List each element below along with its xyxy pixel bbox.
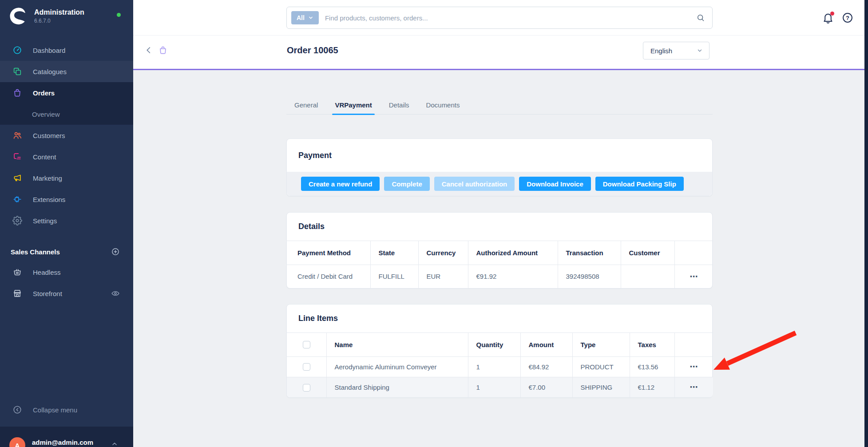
content-area: General VRPayment Details Documents Paym… — [133, 70, 864, 447]
table-header-row: Payment Method State Currency Authorized… — [287, 241, 713, 265]
column-header-actions — [674, 332, 713, 356]
app-title: Administration — [34, 7, 84, 16]
user-menu[interactable]: A admin@admin.com — [0, 427, 133, 447]
back-icon[interactable] — [144, 45, 154, 55]
cell-amount: €84.92 — [520, 356, 572, 377]
sidebar-item-label: Extensions — [33, 196, 65, 203]
svg-text:?: ? — [846, 15, 849, 21]
shopware-logo-icon — [9, 7, 27, 25]
sidebar-item-label: Storefront — [33, 290, 62, 297]
cell-taxes: €1.12 — [630, 377, 674, 397]
line-items-card-title: Line Items — [287, 305, 712, 332]
window-edge-strip — [864, 0, 868, 447]
cell-name: Aerodynamic Aluminum Comveyer — [326, 356, 468, 377]
column-header: Quantity — [468, 332, 520, 356]
cell-type: PRODUCT — [572, 356, 630, 377]
cancel-authorization-button[interactable]: Cancel authorization — [434, 177, 515, 191]
sales-channels-section: Sales Channels Headless Storefront — [0, 247, 133, 304]
sidebar-item-extensions[interactable]: Extensions — [0, 189, 133, 210]
tab-details[interactable]: Details — [388, 101, 410, 114]
app-version: 6.6.7.0 — [34, 18, 84, 24]
cell-currency: EUR — [418, 265, 468, 288]
sidebar-item-label: Dashboard — [33, 47, 65, 54]
content-icon — [12, 152, 22, 162]
download-packing-slip-button[interactable]: Download Packing Slip — [595, 177, 684, 191]
notification-dot — [830, 12, 834, 16]
cell-taxes: €13.56 — [630, 356, 674, 377]
add-sales-channel-button[interactable] — [111, 247, 120, 256]
app-root: Administration 6.6.7.0 Dashboard Catalog… — [0, 0, 868, 447]
notifications-bell-icon[interactable] — [822, 12, 834, 24]
brand: Administration 6.6.7.0 — [0, 0, 133, 25]
column-header: Taxes — [630, 332, 674, 356]
context-menu-button[interactable]: ⋯ — [690, 383, 698, 391]
tab-vrpayment[interactable]: VRPayment — [334, 101, 373, 114]
sidebar-item-settings[interactable]: Settings — [0, 210, 133, 231]
chevron-up-icon — [111, 440, 118, 447]
download-invoice-button[interactable]: Download Invoice — [519, 177, 591, 191]
collapse-menu-button[interactable]: Collapse menu — [0, 399, 133, 420]
context-menu-button[interactable]: ⋯ — [690, 363, 698, 371]
online-status-dot — [117, 13, 121, 17]
extensions-icon — [12, 194, 22, 204]
cell-type: SHIPPING — [572, 377, 630, 397]
cell-customer — [621, 265, 674, 288]
sidebar-item-customers[interactable]: Customers — [0, 125, 133, 146]
cell-amount: €7.00 — [520, 377, 572, 397]
language-select-value: English — [650, 47, 672, 55]
table-row: Standard Shipping 1 €7.00 SHIPPING €1.12… — [287, 377, 713, 397]
table-header-row: Name Quantity Amount Type Taxes — [287, 332, 713, 356]
select-all-checkbox[interactable] — [303, 341, 310, 348]
row-checkbox[interactable] — [303, 363, 310, 371]
settings-icon — [12, 216, 22, 225]
column-header: State — [370, 241, 418, 265]
eye-icon[interactable] — [111, 289, 120, 298]
sidebar-item-label: Customers — [33, 132, 65, 139]
column-header: Customer — [621, 241, 674, 265]
sidebar-group-orders: Orders Overview — [0, 82, 133, 125]
cell-name: Standard Shipping — [326, 377, 468, 397]
avatar: A — [9, 437, 25, 447]
column-header: Payment Method — [287, 241, 370, 265]
sidebar-item-orders[interactable]: Orders — [0, 82, 133, 103]
sidebar-item-content[interactable]: Content — [0, 146, 133, 167]
sidebar-item-headless[interactable]: Headless — [0, 261, 133, 283]
sidebar-item-marketing[interactable]: Marketing — [0, 167, 133, 189]
payment-card-title: Payment — [287, 139, 712, 172]
sidebar-item-label: Overview — [32, 111, 60, 118]
complete-button[interactable]: Complete — [384, 177, 429, 191]
smartbar: Order 10065 English — [133, 36, 864, 69]
context-menu-button[interactable]: ⋯ — [690, 273, 698, 281]
collapse-menu-label: Collapse menu — [33, 406, 77, 414]
create-refund-button[interactable]: Create a new refund — [301, 177, 380, 191]
marketing-icon — [12, 173, 22, 183]
help-icon[interactable]: ? — [841, 12, 854, 24]
payment-actions: Create a new refund Complete Cancel auth… — [287, 172, 712, 196]
transaction-details-card: Details Payment Method State Currency Au… — [286, 212, 713, 289]
sales-channels-heading: Sales Channels — [11, 248, 60, 256]
sidebar-item-label: Headless — [33, 269, 61, 276]
sidebar-item-dashboard[interactable]: Dashboard — [0, 40, 133, 61]
column-header: Type — [572, 332, 630, 356]
sidebar-item-catalogues[interactable]: Catalogues — [0, 61, 133, 82]
search-input[interactable] — [325, 14, 690, 22]
cell-transaction: 392498508 — [558, 265, 621, 288]
order-tabs: General VRPayment Details Documents — [286, 101, 713, 115]
sidebar-item-storefront[interactable]: Storefront — [0, 283, 133, 304]
row-checkbox[interactable] — [303, 384, 310, 392]
storefront-icon — [12, 289, 22, 298]
topbar: All ? — [133, 0, 864, 36]
language-select[interactable]: English — [643, 42, 709, 59]
collapse-chevron-icon — [12, 405, 22, 415]
sidebar-menu: Dashboard Catalogues Orders Overview — [0, 40, 133, 231]
search-scope-dropdown[interactable]: All — [291, 11, 319, 24]
sidebar-item-orders-overview[interactable]: Overview — [0, 103, 133, 125]
details-card-title: Details — [287, 213, 712, 241]
tab-general[interactable]: General — [293, 101, 319, 114]
cell-quantity: 1 — [468, 377, 520, 397]
chevron-down-icon — [308, 15, 313, 20]
cell-state: FULFILL — [370, 265, 418, 288]
tab-documents[interactable]: Documents — [425, 101, 461, 114]
column-header: Name — [326, 332, 468, 356]
search-icon[interactable] — [696, 13, 705, 22]
